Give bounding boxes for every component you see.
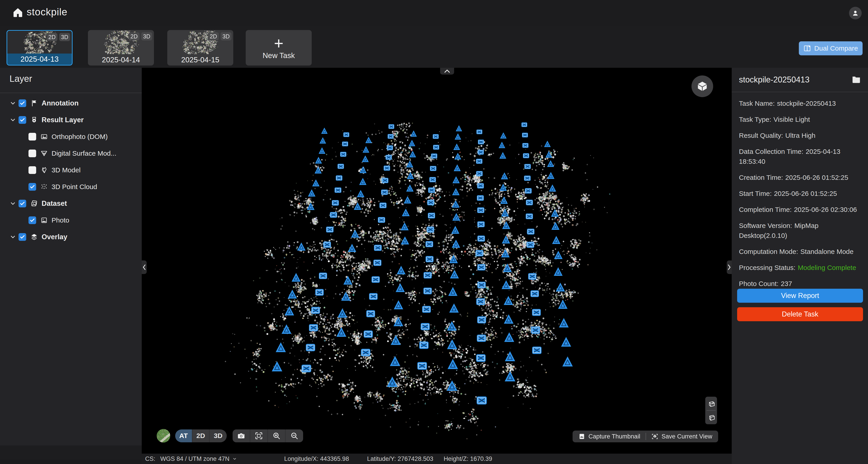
chevron-down-icon[interactable] — [9, 234, 16, 240]
chevron-left-icon — [142, 264, 146, 270]
tree-row-annotation[interactable]: Annotation — [0, 95, 142, 111]
view-report-button[interactable]: View Report — [737, 289, 863, 303]
details-panel-title: stockpile-20250413 — [739, 75, 809, 85]
detail-task-name: Task Name:stockpile-20250413 — [739, 99, 862, 108]
badge-2d[interactable]: 2D — [129, 32, 140, 40]
checkbox[interactable] — [19, 99, 26, 107]
checkbox[interactable] — [19, 200, 26, 207]
task-card-2025-04-13[interactable]: 2D 3D 2025-04-13 — [6, 30, 72, 66]
task-details-panel: stockpile-20250413 Task Name:stockpile-2… — [732, 68, 868, 464]
tree-row-3d-model[interactable]: 3D Model — [0, 162, 142, 178]
zoom-in-button[interactable] — [268, 429, 285, 442]
collapse-taskbar-handle[interactable] — [440, 68, 454, 74]
tree-row-3d-point-cloud[interactable]: 3D Point Cloud — [0, 178, 142, 195]
cs-label: CS: — [145, 456, 155, 462]
task-details-list: Task Name:stockpile-20250413 Task Type:V… — [739, 99, 862, 295]
new-task-button[interactable]: + New Task — [246, 30, 312, 66]
zoom-in-icon — [272, 432, 281, 440]
collapse-sidebar-handle[interactable] — [142, 261, 147, 274]
badge-3d[interactable]: 3D — [141, 32, 152, 40]
checkbox[interactable] — [29, 166, 36, 174]
bottom-left-strip — [0, 460, 142, 464]
detail-data-collection-time: Data Collection Time:2025-04-13 18:53:40 — [739, 146, 862, 166]
tree-row-dataset[interactable]: Dataset — [0, 195, 142, 212]
mode-2d-button[interactable]: 2D — [192, 429, 210, 442]
checkbox[interactable] — [29, 150, 36, 157]
checkbox[interactable] — [19, 233, 26, 241]
fit-view-button[interactable] — [250, 429, 268, 442]
medal-icon — [30, 115, 38, 124]
plus-icon: + — [274, 36, 283, 51]
detail-computation-mode: Computation Mode:Standalone Mode — [739, 247, 862, 257]
chevron-up-icon — [444, 69, 451, 73]
user-avatar[interactable] — [849, 7, 862, 20]
badge-3d[interactable]: 3D — [221, 32, 231, 40]
divider — [646, 433, 646, 440]
coord-longitude: Longitude/X: 443365.98 — [284, 456, 349, 462]
point-cloud-canvas[interactable] — [142, 68, 732, 454]
tree-row-dsm[interactable]: Digital Surface Mod... — [0, 145, 142, 162]
details-buttons: View Report Delete Task — [737, 289, 863, 326]
checkbox[interactable] — [19, 116, 26, 124]
screenshot-button[interactable] — [232, 429, 250, 442]
checkbox[interactable] — [29, 183, 36, 191]
chevron-right-icon — [727, 264, 731, 270]
chevron-down-icon[interactable] — [9, 200, 16, 207]
chevron-down-icon[interactable] — [9, 100, 16, 107]
orthographic-view-button[interactable] — [705, 411, 717, 424]
tree-row-overlay[interactable]: Overlay — [0, 229, 142, 245]
folder-icon[interactable] — [852, 75, 861, 84]
task-card-2025-04-15[interactable]: 2D 3D 2025-04-15 — [167, 30, 233, 66]
mode-3d-button[interactable]: 3D — [210, 429, 227, 442]
save-current-view-button[interactable]: Save Current View — [651, 433, 712, 440]
collapse-details-handle[interactable] — [727, 261, 732, 274]
badge-2d[interactable]: 2D — [46, 33, 57, 41]
wire-cube-icon — [707, 413, 715, 422]
detail-software-version: Software Version:MipMap Desktop(2.0.10) — [739, 221, 862, 240]
viewport-actions: Capture Thumbnail Save Current View — [572, 431, 718, 442]
projection-toggle — [705, 397, 717, 424]
task-card-2025-04-14[interactable]: 2D 3D 2025-04-14 — [88, 30, 154, 66]
viewport-toolbar: AT 2D 3D — [157, 429, 303, 442]
tree-row-photo[interactable]: Photo — [0, 212, 142, 229]
tree-row-orthophoto[interactable]: Orthophoto (DOM) — [0, 128, 142, 145]
mode-at-button[interactable]: AT — [175, 429, 192, 442]
wire-cube-icon — [707, 399, 715, 408]
layers-icon — [30, 233, 38, 241]
perspective-view-button[interactable] — [705, 397, 717, 410]
capture-thumbnail-button[interactable]: Capture Thumbnail — [579, 433, 640, 440]
map-viewport[interactable]: AT 2D 3D Capture Thumbnail S — [142, 68, 732, 454]
delete-task-button[interactable]: Delete Task — [737, 307, 863, 321]
tree-row-result-layer[interactable]: Result Layer — [0, 111, 142, 128]
home-icon[interactable] — [13, 7, 23, 18]
divider — [0, 93, 142, 93]
detail-result-quality: Result Quality:Ultra High — [739, 131, 862, 140]
person-icon — [852, 10, 859, 16]
photo-stack-icon — [30, 199, 38, 208]
zoom-out-button[interactable] — [285, 429, 303, 442]
chevron-down-icon[interactable] — [232, 456, 237, 461]
layer-tree: Annotation Result Layer Orthophoto (DOM)… — [0, 95, 142, 245]
chevron-down-icon[interactable] — [9, 117, 16, 123]
layer-panel: Layer Annotation Result Layer Orthophoto… — [0, 68, 142, 445]
dual-compare-button[interactable]: Dual Compare — [799, 41, 863, 55]
layer-panel-title: Layer — [9, 74, 32, 84]
view-mode-switch: AT 2D 3D — [175, 429, 227, 442]
detail-completion-time: Completion Time:2025-06-26 02:30:06 — [739, 205, 862, 214]
coord-latitude: Latitude/Y: 2767428.503 — [367, 456, 433, 462]
checkbox[interactable] — [29, 217, 36, 224]
detail-processing-status: Processing Status:Modeling Complete — [739, 263, 862, 273]
status-bar: CS: WGS 84 / UTM zone 47N Longitude/X: 4… — [142, 454, 732, 464]
view-orientation-cube-button[interactable] — [691, 75, 713, 97]
badge-2d[interactable]: 2D — [208, 32, 219, 40]
cs-value[interactable]: WGS 84 / UTM zone 47N — [160, 456, 229, 462]
minimap-thumbnail[interactable] — [157, 429, 170, 442]
badge-3d[interactable]: 3D — [59, 33, 70, 41]
coord-height: Height/Z: 1670.39 — [444, 456, 492, 462]
cube-icon — [696, 80, 708, 92]
app-title: stockpile — [27, 6, 67, 18]
top-bar: stockpile — [0, 0, 868, 26]
detail-task-type: Task Type:Visible Light — [739, 114, 862, 125]
image-icon — [40, 132, 49, 141]
checkbox[interactable] — [29, 133, 36, 140]
